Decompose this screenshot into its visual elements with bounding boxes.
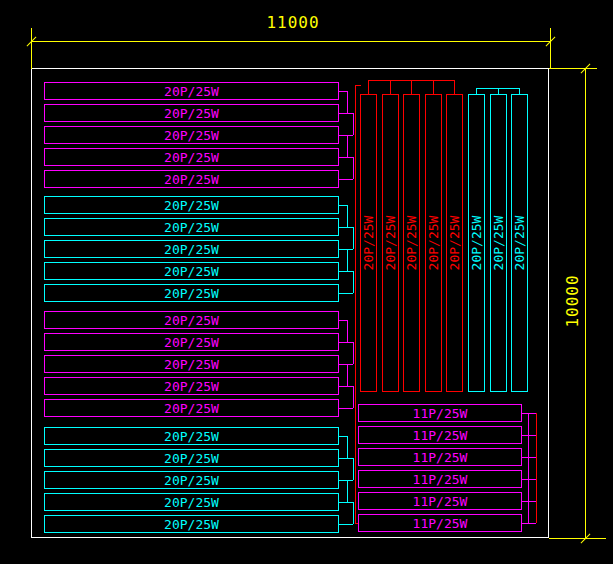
- top-dimension-label: 11000: [266, 13, 319, 32]
- jumper-line: [339, 502, 353, 503]
- lamp-bar-horizontal: 20P/25W: [44, 170, 339, 188]
- extension-line: [31, 28, 32, 69]
- jumper-line: [339, 458, 353, 459]
- jumper-line: [353, 502, 354, 524]
- lamp-bar-horizontal: 20P/25W: [44, 515, 339, 533]
- lamp-bar-label: 20P/25W: [164, 336, 219, 349]
- jumper-line: [339, 227, 353, 228]
- lamp-bar-horizontal: 20P/25W: [44, 355, 339, 373]
- right-dimension-label: 10000: [563, 274, 582, 327]
- lamp-bar-label: 20P/25W: [164, 358, 219, 371]
- lamp-bar-horizontal: 11P/25W: [358, 426, 522, 444]
- lamp-bar-horizontal: 20P/25W: [44, 399, 339, 417]
- jumper-line: [339, 364, 353, 365]
- lamp-bar-horizontal: 20P/25W: [44, 148, 339, 166]
- lamp-bar-label: 11P/25W: [413, 495, 468, 508]
- jumper-line: [347, 364, 348, 386]
- jumper-line: [339, 91, 347, 92]
- jumper-line: [347, 135, 348, 157]
- jumper-rail-line: [536, 413, 537, 523]
- jumper-line: [339, 408, 353, 409]
- extension-line: [550, 28, 551, 69]
- jumper-line: [339, 135, 353, 136]
- lamp-bar-label: 20P/25W: [447, 216, 462, 271]
- feeder-line: [355, 85, 356, 523]
- lamp-bar-horizontal: 11P/25W: [358, 514, 522, 532]
- lamp-bar-label: 20P/25W: [164, 452, 219, 465]
- jumper-line: [339, 293, 353, 294]
- lamp-bar-horizontal: 20P/25W: [44, 311, 339, 329]
- jumper-line: [347, 91, 348, 113]
- lamp-bar-label: 11P/25W: [413, 429, 468, 442]
- jumper-line: [353, 271, 354, 293]
- bus-line: [368, 80, 454, 81]
- jumper-line: [522, 435, 536, 436]
- jumper-line: [339, 113, 353, 114]
- jumper-line: [339, 342, 353, 343]
- lamp-bar-label: 20P/25W: [164, 173, 219, 186]
- lamp-bar-label: 20P/25W: [164, 85, 219, 98]
- jumper-line: [339, 179, 353, 180]
- jumper-line: [353, 386, 354, 408]
- bus-riser-line: [454, 80, 455, 94]
- top-dimension-line: [31, 41, 551, 42]
- lamp-bar-label: 20P/25W: [383, 216, 398, 271]
- lamp-bar-label: 20P/25W: [164, 314, 219, 327]
- lamp-bar-label: 20P/25W: [164, 107, 219, 120]
- cad-viewport: 11000 10000 20P/25W20P/25W20P/25W20P/25W…: [0, 0, 613, 564]
- extension-line: [549, 68, 597, 69]
- bus-riser-line: [433, 80, 434, 94]
- jumper-line: [353, 458, 354, 480]
- lamp-bar-horizontal: 11P/25W: [358, 470, 522, 488]
- jumper-line: [522, 457, 536, 458]
- jumper-line: [339, 271, 353, 272]
- jumper-line: [522, 523, 536, 524]
- jumper-line: [522, 413, 536, 414]
- lamp-bar-label: 20P/25W: [164, 265, 219, 278]
- lamp-bar-horizontal: 20P/25W: [44, 218, 339, 236]
- lamp-bar-label: 20P/25W: [164, 287, 219, 300]
- jumper-line: [339, 205, 347, 206]
- jumper-line: [339, 157, 353, 158]
- lamp-bar-label: 20P/25W: [164, 151, 219, 164]
- jumper-line: [522, 479, 536, 480]
- jumper-line: [347, 249, 348, 271]
- lamp-bar-label: 20P/25W: [469, 216, 484, 271]
- jumper-line: [353, 113, 354, 135]
- lamp-bar-label: 20P/25W: [164, 129, 219, 142]
- lamp-bar-label: 20P/25W: [164, 474, 219, 487]
- right-dimension-line: [585, 68, 586, 538]
- lamp-bar-horizontal: 20P/25W: [44, 126, 339, 144]
- lamp-bar-horizontal: 20P/25W: [44, 493, 339, 511]
- lamp-bar-label: 20P/25W: [164, 221, 219, 234]
- bus-riser-line: [368, 80, 369, 94]
- jumper-rail-line: [528, 413, 529, 523]
- lamp-bar-label: 20P/25W: [512, 216, 527, 271]
- jumper-line: [339, 480, 353, 481]
- jumper-line: [353, 227, 354, 249]
- lamp-bar-horizontal: 11P/25W: [358, 492, 522, 510]
- jumper-line: [339, 436, 347, 437]
- feeder-line: [355, 85, 361, 86]
- lamp-bar-horizontal: 20P/25W: [44, 82, 339, 100]
- lamp-bar-label: 20P/25W: [404, 216, 419, 271]
- lamp-bar-horizontal: 11P/25W: [358, 448, 522, 466]
- extension-line: [549, 538, 606, 539]
- lamp-bar-horizontal: 20P/25W: [44, 262, 339, 280]
- lamp-bar-label: 20P/25W: [164, 243, 219, 256]
- lamp-bar-horizontal: 20P/25W: [44, 471, 339, 489]
- jumper-line: [347, 205, 348, 227]
- lamp-bar-label: 20P/25W: [361, 216, 376, 271]
- lamp-bar-label: 20P/25W: [164, 496, 219, 509]
- lamp-bar-label: 11P/25W: [413, 473, 468, 486]
- lamp-bar-label: 20P/25W: [164, 402, 219, 415]
- jumper-line: [522, 501, 536, 502]
- jumper-line: [339, 386, 353, 387]
- bus-riser-line: [411, 80, 412, 94]
- jumper-line: [339, 249, 353, 250]
- jumper-line: [347, 320, 348, 342]
- jumper-line: [347, 436, 348, 458]
- lamp-bar-label: 20P/25W: [164, 430, 219, 443]
- jumper-line: [353, 157, 354, 179]
- lamp-bar-horizontal: 20P/25W: [44, 104, 339, 122]
